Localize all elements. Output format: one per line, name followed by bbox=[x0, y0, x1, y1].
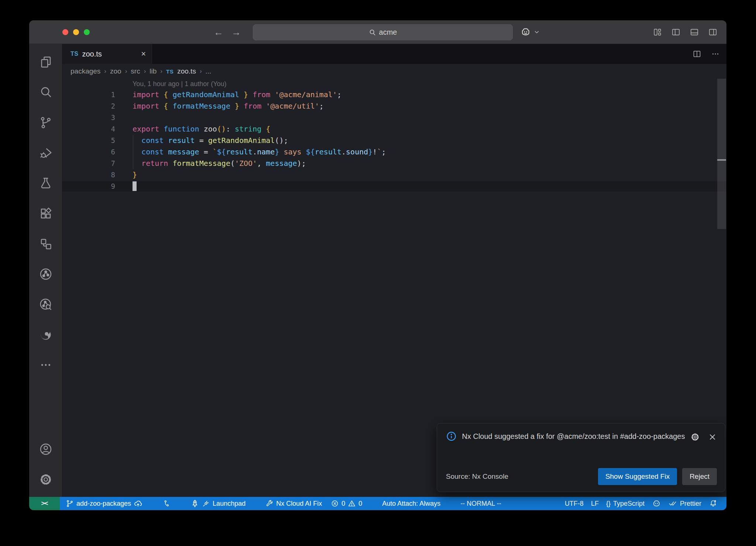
notification-message: Nx Cloud suggested a fix for @acme/zoo:t… bbox=[462, 431, 685, 442]
code-line[interactable]: 3 bbox=[62, 112, 726, 123]
git-branch-icon bbox=[66, 499, 74, 508]
line-number: 4 bbox=[62, 123, 115, 135]
account-icon[interactable] bbox=[29, 434, 62, 464]
copilot-status-item[interactable] bbox=[648, 497, 665, 510]
line-number: 1 bbox=[62, 89, 115, 100]
source-control-icon[interactable] bbox=[29, 108, 62, 138]
warnings-icon bbox=[348, 499, 356, 508]
extensions-icon[interactable] bbox=[29, 198, 62, 229]
typescript-file-icon: TS bbox=[71, 51, 78, 57]
code-line[interactable]: 8} bbox=[62, 169, 726, 181]
code-line[interactable]: 6 const message = `${result.name} says $… bbox=[62, 146, 726, 158]
nx-cloud-icon[interactable] bbox=[29, 289, 62, 320]
tab-label: zoo.ts bbox=[82, 50, 102, 58]
customize-layout-icon[interactable] bbox=[653, 27, 662, 37]
search-icon bbox=[369, 29, 376, 36]
editor-more-actions-icon[interactable] bbox=[711, 50, 720, 58]
tab-bar: TS zoo.ts × bbox=[62, 44, 726, 64]
toggle-secondary-sidebar-icon[interactable] bbox=[708, 27, 718, 37]
split-editor-icon[interactable] bbox=[693, 50, 701, 58]
settings-gear-icon[interactable] bbox=[29, 464, 62, 495]
notifications-bell-item[interactable] bbox=[705, 497, 721, 510]
code-lines: 1import { getRandomAnimal } from '@acme/… bbox=[62, 89, 726, 192]
forward-arrow-icon[interactable]: → bbox=[231, 27, 241, 37]
breadcrumb-item[interactable]: lib bbox=[150, 67, 157, 75]
notification-source: Source: Nx Console bbox=[446, 472, 508, 481]
code-line[interactable]: 4export function zoo(): string { bbox=[62, 123, 726, 135]
warning-count: 0 bbox=[358, 500, 362, 508]
chevron-down-icon[interactable] bbox=[533, 29, 540, 35]
formatter-item[interactable]: Prettier bbox=[665, 497, 705, 510]
launchpad-item[interactable]: Launchpad bbox=[187, 497, 249, 510]
code-line[interactable]: 9 bbox=[62, 181, 726, 192]
auto-attach-item[interactable]: Auto Attach: Always bbox=[378, 497, 444, 510]
reject-button[interactable]: Reject bbox=[682, 468, 717, 485]
edge-browser-icon[interactable] bbox=[29, 320, 62, 350]
breadcrumb-item[interactable]: packages bbox=[71, 67, 100, 75]
typescript-file-icon: TS bbox=[166, 68, 173, 75]
remote-indicator[interactable]: >< bbox=[29, 497, 60, 510]
vim-mode-item[interactable]: -- NORMAL -- bbox=[457, 497, 505, 510]
errors-icon bbox=[331, 499, 339, 508]
encoding-item[interactable]: UTF-8 bbox=[561, 497, 587, 510]
minimize-window-button[interactable] bbox=[73, 29, 79, 35]
zoom-window-button[interactable] bbox=[84, 29, 90, 35]
language-mode-item[interactable]: {} TypeScript bbox=[602, 497, 648, 510]
breadcrumb: packages › zoo › src › lib › TS zoo.ts ›… bbox=[62, 64, 726, 79]
more-icon[interactable] bbox=[29, 350, 62, 380]
line-number: 3 bbox=[62, 112, 115, 123]
command-center-search[interactable]: acme bbox=[253, 24, 513, 40]
screen: ← → acme bbox=[0, 0, 756, 546]
debug-disconnect-icon bbox=[202, 499, 210, 508]
titlebar: ← → acme bbox=[29, 20, 726, 44]
bell-icon bbox=[709, 499, 718, 508]
notification-close-icon[interactable] bbox=[708, 433, 717, 441]
code-line[interactable]: 5 const result = getRandomAnimal(); bbox=[62, 135, 726, 146]
error-count: 0 bbox=[341, 500, 345, 508]
status-bar-items: add-zoo-packages Launchpad Nx Cloud AI F… bbox=[60, 497, 726, 510]
nx-graph-icon[interactable] bbox=[29, 259, 62, 289]
notification-settings-gear-icon[interactable] bbox=[690, 432, 700, 442]
breadcrumb-item[interactable]: zoo bbox=[110, 67, 121, 75]
search-value: acme bbox=[379, 28, 397, 37]
nx-cloud-fix-item[interactable]: Nx Cloud AI Fix bbox=[262, 497, 326, 510]
close-window-button[interactable] bbox=[62, 29, 68, 35]
toggle-panel-icon[interactable] bbox=[690, 27, 699, 37]
copilot-icon bbox=[652, 499, 661, 508]
git-branch-item[interactable]: add-zoo-packages bbox=[62, 497, 146, 510]
show-suggested-fix-button[interactable]: Show Suggested Fix bbox=[598, 468, 677, 485]
editor-scrollbar[interactable] bbox=[717, 79, 726, 229]
nx-console-icon[interactable] bbox=[29, 229, 62, 259]
git-blame-annotation: You, 1 hour ago | 1 author (You) bbox=[62, 79, 726, 89]
eol-item[interactable]: LF bbox=[587, 497, 602, 510]
tab-zoo-ts[interactable]: TS zoo.ts × bbox=[62, 44, 152, 64]
testing-icon[interactable] bbox=[29, 168, 62, 198]
line-number: 7 bbox=[62, 158, 115, 169]
breadcrumb-file[interactable]: zoo.ts bbox=[177, 67, 196, 75]
braces-icon: {} bbox=[606, 500, 611, 508]
vscode-window: ← → acme bbox=[29, 20, 726, 510]
line-number: 2 bbox=[62, 100, 115, 112]
cursor-position-marker bbox=[717, 159, 726, 161]
run-debug-icon[interactable] bbox=[29, 138, 62, 168]
source-control-graph-item[interactable] bbox=[159, 497, 174, 510]
problems-item[interactable]: 0 0 bbox=[327, 497, 366, 510]
rocket-icon bbox=[190, 499, 199, 508]
copilot-icon[interactable] bbox=[520, 27, 531, 38]
traffic-lights bbox=[62, 20, 90, 44]
breadcrumb-more[interactable]: ... bbox=[206, 67, 212, 75]
toggle-primary-sidebar-icon[interactable] bbox=[671, 27, 681, 37]
search-sidebar-icon[interactable] bbox=[29, 77, 62, 108]
line-number: 5 bbox=[62, 135, 115, 146]
explorer-icon[interactable] bbox=[29, 47, 62, 77]
back-arrow-icon[interactable]: ← bbox=[214, 27, 223, 37]
code-line[interactable]: 1import { getRandomAnimal } from '@acme/… bbox=[62, 89, 726, 100]
indent-guide bbox=[133, 135, 133, 169]
line-number: 6 bbox=[62, 146, 115, 158]
code-line[interactable]: 7 return formatMessage('ZOO', message); bbox=[62, 158, 726, 169]
breadcrumb-item[interactable]: src bbox=[131, 67, 140, 75]
tab-close-icon[interactable]: × bbox=[141, 50, 146, 58]
code-line[interactable]: 2import { formatMessage } from '@acme/ut… bbox=[62, 100, 726, 112]
status-bar: >< add-zoo-packages Launchpad bbox=[29, 497, 726, 510]
publish-changes-icon bbox=[134, 499, 142, 508]
